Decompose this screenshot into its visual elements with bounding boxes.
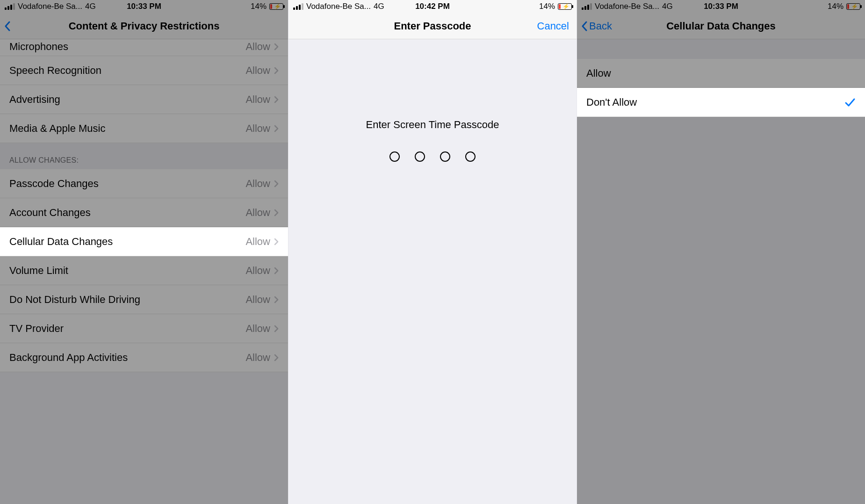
battery-icon: ⚡	[558, 3, 572, 10]
cancel-button[interactable]: Cancel	[537, 20, 569, 32]
network-label: 4G	[662, 2, 673, 11]
row-label: Volume Limit	[9, 265, 68, 277]
chevron-right-icon	[274, 267, 279, 274]
row-value: Allow	[245, 178, 270, 190]
row-label: Don't Allow	[586, 96, 637, 108]
battery-icon: ⚡	[269, 3, 283, 10]
status-bar: Vodafone-Be Sa... 4G 10:42 PM 14% ⚡	[288, 0, 577, 13]
chevron-left-icon	[4, 21, 11, 32]
page-title: Cellular Data Changes	[666, 20, 776, 32]
row-label: Cellular Data Changes	[9, 236, 113, 248]
battery-percent: 14%	[539, 2, 555, 11]
chevron-right-icon	[274, 180, 279, 187]
row-label: Speech Recognition	[9, 65, 101, 77]
chevron-right-icon	[274, 43, 279, 50]
battery-percent: 14%	[251, 2, 267, 11]
checkmark-icon	[844, 98, 856, 107]
passcode-body: Enter Screen Time Passcode	[288, 39, 577, 504]
carrier-label: Vodafone-Be Sa...	[306, 2, 371, 11]
back-label: Back	[589, 20, 612, 32]
page-title: Content & Privacy Restrictions	[69, 20, 220, 32]
row-microphone[interactable]: Microphones Allow	[0, 39, 288, 56]
signal-icon	[5, 3, 15, 10]
settings-list: Microphones Allow Speech Recognition All…	[0, 39, 288, 372]
passcode-dot	[440, 151, 450, 162]
screen-cellular-data-changes: Vodafone-Be Sa... 4G 10:33 PM 14% ⚡ Back…	[577, 0, 865, 504]
row-dnd-while-driving[interactable]: Do Not Disturb While Driving Allow	[0, 285, 288, 314]
screen-content-privacy: Vodafone-Be Sa... 4G 10:33 PM 14% ⚡ Cont…	[0, 0, 288, 504]
row-volume-limit[interactable]: Volume Limit Allow	[0, 256, 288, 285]
row-value: Allow	[245, 236, 270, 248]
chevron-right-icon	[274, 325, 279, 332]
row-cellular-data-changes[interactable]: Cellular Data Changes Allow	[0, 227, 288, 256]
chevron-right-icon	[274, 354, 279, 361]
option-dont-allow[interactable]: Don't Allow	[577, 88, 865, 117]
screen-enter-passcode: Vodafone-Be Sa... 4G 10:42 PM 14% ⚡ Ente…	[288, 0, 577, 504]
network-label: 4G	[374, 2, 384, 11]
row-background-app-activities[interactable]: Background App Activities Allow	[0, 343, 288, 372]
chevron-right-icon	[274, 96, 279, 103]
chevron-right-icon	[274, 209, 279, 216]
battery-percent: 14%	[828, 2, 843, 11]
row-label: Account Changes	[9, 207, 91, 219]
options-list: Allow Don't Allow	[577, 59, 865, 117]
passcode-dot	[415, 151, 425, 162]
passcode-dots[interactable]	[389, 151, 476, 162]
chevron-right-icon	[274, 125, 279, 132]
chevron-right-icon	[274, 238, 279, 245]
chevron-right-icon	[274, 296, 279, 303]
row-label: Background App Activities	[9, 352, 128, 364]
row-label: Microphones	[9, 41, 68, 53]
row-value: Allow	[245, 207, 270, 219]
row-value: Allow	[245, 352, 270, 364]
empty-area	[577, 117, 865, 504]
status-bar: Vodafone-Be Sa... 4G 10:33 PM 14% ⚡	[0, 0, 288, 13]
spacer	[577, 39, 865, 59]
row-value: Allow	[245, 94, 270, 106]
chevron-left-icon	[581, 21, 588, 32]
row-value: Allow	[245, 294, 270, 306]
battery-icon: ⚡	[846, 3, 860, 10]
status-time: 10:42 PM	[415, 2, 450, 11]
status-time: 10:33 PM	[127, 2, 161, 11]
row-label: Advertising	[9, 94, 60, 106]
row-value: Allow	[245, 265, 270, 277]
option-allow[interactable]: Allow	[577, 59, 865, 88]
nav-bar: Enter Passcode Cancel	[288, 13, 577, 39]
row-label: Passcode Changes	[9, 178, 99, 190]
row-advertising[interactable]: Advertising Allow	[0, 85, 288, 114]
row-value: Allow	[245, 122, 270, 135]
row-passcode-changes[interactable]: Passcode Changes Allow	[0, 169, 288, 198]
row-tv-provider[interactable]: TV Provider Allow	[0, 314, 288, 343]
row-media-apple-music[interactable]: Media & Apple Music Allow	[0, 114, 288, 143]
passcode-dot	[389, 151, 400, 162]
signal-icon	[293, 3, 303, 10]
row-account-changes[interactable]: Account Changes Allow	[0, 198, 288, 227]
section-header-allow-changes: Allow Changes:	[0, 143, 288, 169]
row-label: Do Not Disturb While Driving	[9, 294, 140, 306]
passcode-dot	[465, 151, 476, 162]
back-button[interactable]	[4, 21, 11, 32]
row-value: Allow	[245, 65, 270, 77]
row-label: TV Provider	[9, 323, 64, 335]
nav-bar: Back Cellular Data Changes	[577, 13, 865, 39]
row-value: Allow	[245, 323, 270, 335]
carrier-label: Vodafone-Be Sa...	[18, 2, 82, 11]
status-time: 10:33 PM	[704, 2, 738, 11]
back-button[interactable]: Back	[581, 20, 612, 32]
network-label: 4G	[85, 2, 96, 11]
row-label: Allow	[586, 67, 611, 79]
status-bar: Vodafone-Be Sa... 4G 10:33 PM 14% ⚡	[577, 0, 865, 13]
passcode-prompt: Enter Screen Time Passcode	[366, 119, 499, 131]
row-speech-recognition[interactable]: Speech Recognition Allow	[0, 56, 288, 85]
nav-bar: Content & Privacy Restrictions	[0, 13, 288, 39]
row-label: Media & Apple Music	[9, 122, 105, 135]
carrier-label: Vodafone-Be Sa...	[595, 2, 659, 11]
chevron-right-icon	[274, 67, 279, 74]
row-value: Allow	[245, 41, 270, 53]
page-title: Enter Passcode	[394, 20, 471, 32]
signal-icon	[582, 3, 592, 10]
